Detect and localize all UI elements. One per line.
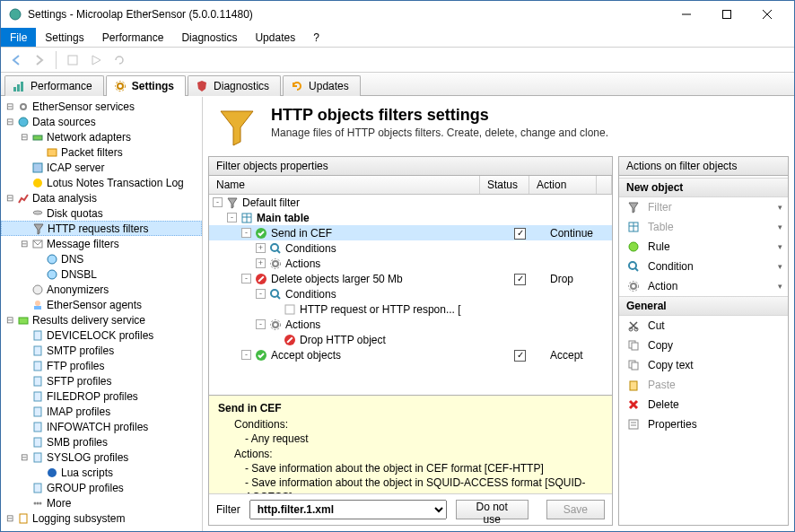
grid-row[interactable]: +Conditions xyxy=(209,240,612,256)
tree-item[interactable]: ⊟Message filters xyxy=(1,236,202,251)
tree-item[interactable]: EtherSensor agents xyxy=(1,297,202,312)
maximize-button[interactable] xyxy=(706,2,747,28)
row-toggle[interactable]: - xyxy=(241,228,251,238)
tree-item[interactable]: ⊟SYSLOG profiles xyxy=(1,449,202,465)
tree-item[interactable]: DEVICELOCK profiles xyxy=(1,327,202,343)
action-copy[interactable]: Copy xyxy=(619,336,788,355)
tree-item[interactable]: Lua scripts xyxy=(1,465,202,480)
row-toggle[interactable]: + xyxy=(256,243,266,253)
tb-refresh-button[interactable] xyxy=(109,50,129,70)
tb-stop-button[interactable] xyxy=(63,50,83,70)
grid-row[interactable]: -Main table xyxy=(209,210,612,225)
tree-item[interactable]: SFTP profiles xyxy=(1,373,202,388)
tb-play-button[interactable] xyxy=(86,50,106,70)
status-checkbox[interactable]: ✓ xyxy=(514,350,526,362)
row-toggle[interactable]: - xyxy=(256,319,266,329)
menu-diagnostics[interactable]: Diagnostics xyxy=(172,28,246,47)
menu-file[interactable]: File xyxy=(1,28,36,47)
grid-row[interactable]: -Default filter xyxy=(209,195,612,210)
tree-item[interactable]: DNS xyxy=(1,251,202,266)
do-not-use-button[interactable]: Do not use xyxy=(456,500,529,519)
menu-help[interactable]: ? xyxy=(304,28,328,47)
tree-toggle[interactable]: ⊟ xyxy=(19,132,30,142)
no-icon xyxy=(254,272,268,286)
grid-row[interactable]: +Actions xyxy=(209,256,612,271)
sidebar-tree[interactable]: ⊟EtherSensor services⊟Data sources⊟Netwo… xyxy=(1,97,203,531)
status-checkbox[interactable]: ✓ xyxy=(514,274,526,285)
tab-diagnostics[interactable]: Diagnostics xyxy=(188,75,281,96)
tree-item[interactable]: IMAP profiles xyxy=(1,404,202,419)
tree-item[interactable]: SMTP profiles xyxy=(1,343,202,358)
svg-rect-28 xyxy=(34,377,41,386)
tree-item[interactable]: FTP profiles xyxy=(1,358,202,373)
tree-toggle[interactable]: ⊟ xyxy=(4,117,15,126)
tree-item[interactable]: ⊟Data sources xyxy=(1,114,202,129)
row-toggle[interactable]: - xyxy=(213,197,223,207)
tree-item[interactable]: SMB profiles xyxy=(1,434,202,449)
menu-performance[interactable]: Performance xyxy=(93,28,173,47)
col-action[interactable]: Action xyxy=(529,176,597,194)
tree-item[interactable]: HTTP requests filters xyxy=(1,221,202,236)
row-toggle[interactable]: - xyxy=(241,274,251,283)
nav-back-button[interactable] xyxy=(6,50,26,70)
tab-performance[interactable]: Performance xyxy=(4,75,104,96)
col-status[interactable]: Status xyxy=(480,176,529,194)
grid-row[interactable]: -Conditions xyxy=(209,286,612,301)
save-button[interactable]: Save xyxy=(546,500,605,519)
actions-panel: Actions on filter objects New objectFilt… xyxy=(618,156,789,526)
row-toggle[interactable]: + xyxy=(256,258,266,268)
tree-item[interactable]: More xyxy=(1,495,202,510)
svg-point-61 xyxy=(629,242,638,251)
menu-updates[interactable]: Updates xyxy=(246,28,304,47)
status-checkbox[interactable]: ✓ xyxy=(514,228,526,240)
toolbar xyxy=(1,48,794,73)
tree-toggle[interactable]: ⊟ xyxy=(19,239,30,249)
tree-item[interactable]: ICAP server xyxy=(1,160,202,175)
tree-item[interactable]: DNSBL xyxy=(1,266,202,282)
nav-forward-button[interactable] xyxy=(30,50,49,70)
tree-toggle[interactable]: ⊟ xyxy=(4,315,15,325)
close-button[interactable] xyxy=(747,2,787,28)
tree-item[interactable]: INFOWATCH profiles xyxy=(1,419,202,434)
tab-updates[interactable]: Updates xyxy=(283,75,361,96)
tree-toggle[interactable]: ⊟ xyxy=(19,452,30,462)
tab-settings[interactable]: Settings xyxy=(106,75,186,96)
row-toggle[interactable]: - xyxy=(241,350,251,360)
grid-row[interactable]: -Delete objects larger 50 Mb✓Drop xyxy=(209,271,612,286)
grid-row[interactable]: HTTP request or HTTP respon... [ xyxy=(209,301,612,317)
minimize-button[interactable] xyxy=(666,2,706,28)
action-rule[interactable]: Rule▾ xyxy=(619,237,788,257)
tree-item[interactable]: ⊟EtherSensor services xyxy=(1,99,202,114)
tree-toggle[interactable]: ⊟ xyxy=(4,193,15,203)
action-condition[interactable]: Condition▾ xyxy=(619,257,788,276)
grid-row[interactable]: -Send in CEF✓Continue xyxy=(209,225,612,240)
tree-toggle[interactable]: ⊟ xyxy=(4,513,15,523)
tree-item[interactable]: Packet filters xyxy=(1,144,202,160)
grid-row[interactable]: -Accept objects✓Accept xyxy=(209,347,612,362)
tree-item[interactable]: Lotus Notes Transaction Log xyxy=(1,175,202,190)
tree-item[interactable]: FILEDROP profiles xyxy=(1,388,202,404)
tree-item[interactable]: GROUP profiles xyxy=(1,480,202,495)
chevron-down-icon: ▾ xyxy=(778,262,782,271)
col-name[interactable]: Name xyxy=(209,176,480,194)
tree-item[interactable]: ⊟Network adapters xyxy=(1,129,202,144)
tree-item[interactable]: ⊟Logging subsystem xyxy=(1,510,202,526)
tree-item[interactable]: ⊟Data analysis xyxy=(1,190,202,205)
action-cut[interactable]: Cut xyxy=(619,316,788,336)
grid-row[interactable]: Drop HTTP object xyxy=(209,332,612,347)
filter-select[interactable]: http.filter.1.xml xyxy=(249,500,447,519)
tree-item[interactable]: Anonymizers xyxy=(1,282,202,297)
action-copy-text[interactable]: Copy text xyxy=(619,355,788,375)
tree-toggle[interactable]: ⊟ xyxy=(4,101,15,111)
grid-row[interactable]: -Actions xyxy=(209,317,612,332)
tree-item[interactable]: ⊟Results delivery service xyxy=(1,312,202,327)
svg-point-36 xyxy=(34,501,37,504)
action-delete[interactable]: Delete xyxy=(619,395,788,414)
action-action[interactable]: Action▾ xyxy=(619,276,788,296)
action-properties[interactable]: Properties xyxy=(619,414,788,434)
row-toggle[interactable]: - xyxy=(256,289,266,299)
tree-item[interactable]: Disk quotas xyxy=(1,205,202,221)
menu-settings[interactable]: Settings xyxy=(36,28,92,47)
grid-body[interactable]: -Default filter-Main table-Send in CEF✓C… xyxy=(209,195,612,395)
row-toggle[interactable]: - xyxy=(227,213,237,222)
